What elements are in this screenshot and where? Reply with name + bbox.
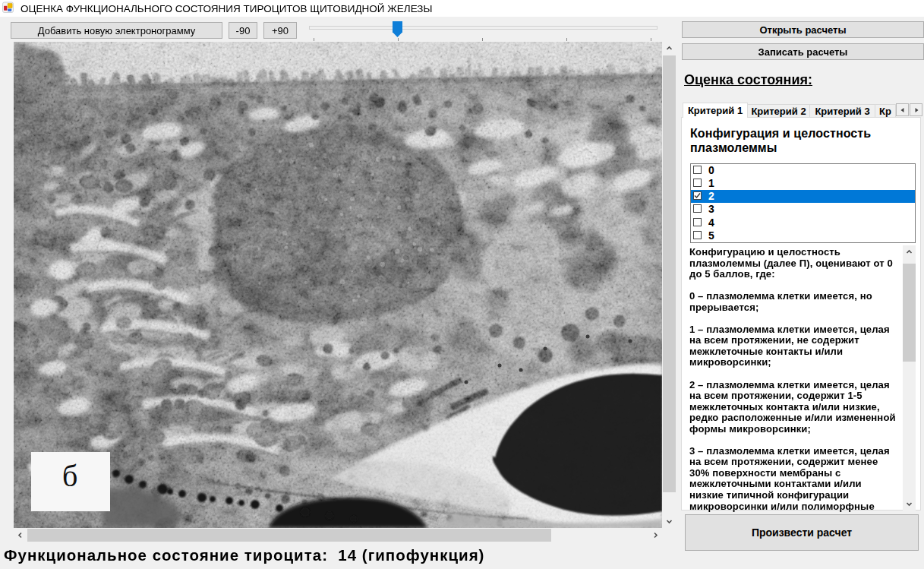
svg-text:б: б [62, 459, 77, 493]
